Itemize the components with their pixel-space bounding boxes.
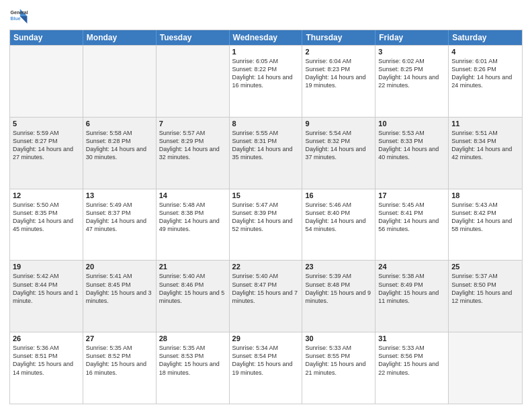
day-header-sunday: Sunday [10,30,83,45]
day-number: 5 [13,120,80,128]
day-header-saturday: Saturday [449,30,522,45]
day-info: Sunrise: 5:47 AM Sunset: 8:39 PM Dayligh… [232,201,300,234]
day-info: Sunrise: 5:33 AM Sunset: 8:55 PM Dayligh… [305,344,372,377]
calendar-header: SundayMondayTuesdayWednesdayThursdayFrid… [10,30,522,45]
cal-cell: 2Sunrise: 6:04 AM Sunset: 8:23 PM Daylig… [302,46,375,117]
cal-cell: 3Sunrise: 6:02 AM Sunset: 8:25 PM Daylig… [375,46,449,117]
cal-cell: 27Sunrise: 5:35 AM Sunset: 8:52 PM Dayli… [83,332,157,404]
day-info: Sunrise: 5:45 AM Sunset: 8:41 PM Dayligh… [378,201,445,234]
cal-cell: 5Sunrise: 5:59 AM Sunset: 8:27 PM Daylig… [10,118,83,189]
svg-text:Blue: Blue [11,16,21,21]
day-info: Sunrise: 5:43 AM Sunset: 8:42 PM Dayligh… [451,201,519,234]
cal-cell: 17Sunrise: 5:45 AM Sunset: 8:41 PM Dayli… [375,189,449,261]
day-header-monday: Monday [83,30,157,45]
day-info: Sunrise: 5:37 AM Sunset: 8:50 PM Dayligh… [451,272,519,305]
day-number: 29 [232,334,300,342]
day-info: Sunrise: 5:46 AM Sunset: 8:40 PM Dayligh… [305,201,372,234]
day-number: 4 [451,48,519,56]
day-number: 14 [159,191,226,199]
day-info: Sunrise: 5:39 AM Sunset: 8:48 PM Dayligh… [305,272,372,305]
day-info: Sunrise: 5:53 AM Sunset: 8:33 PM Dayligh… [378,129,445,162]
cal-cell: 7Sunrise: 5:57 AM Sunset: 8:29 PM Daylig… [157,118,230,189]
day-number: 31 [378,334,445,342]
cal-cell: 10Sunrise: 5:53 AM Sunset: 8:33 PM Dayli… [375,118,449,189]
day-number: 1 [232,48,300,56]
cal-cell [83,46,157,117]
cal-cell: 22Sunrise: 5:40 AM Sunset: 8:47 PM Dayli… [230,261,303,332]
cal-cell: 12Sunrise: 5:50 AM Sunset: 8:35 PM Dayli… [10,189,83,261]
day-number: 27 [86,334,153,342]
week-row-3: 12Sunrise: 5:50 AM Sunset: 8:35 PM Dayli… [10,189,522,261]
day-number: 26 [13,334,80,342]
day-number: 10 [378,120,445,128]
cal-cell: 8Sunrise: 5:55 AM Sunset: 8:31 PM Daylig… [230,118,303,189]
day-number: 22 [232,263,300,271]
day-info: Sunrise: 6:01 AM Sunset: 8:26 PM Dayligh… [451,57,519,90]
svg-text:General: General [11,10,28,15]
header: General Blue [9,7,523,26]
day-info: Sunrise: 5:54 AM Sunset: 8:32 PM Dayligh… [305,129,372,162]
cal-cell: 1Sunrise: 6:05 AM Sunset: 8:22 PM Daylig… [230,46,303,117]
day-info: Sunrise: 5:57 AM Sunset: 8:29 PM Dayligh… [159,129,226,162]
day-info: Sunrise: 6:04 AM Sunset: 8:23 PM Dayligh… [305,57,372,90]
cal-cell [449,332,522,404]
day-info: Sunrise: 5:51 AM Sunset: 8:34 PM Dayligh… [451,129,519,162]
day-number: 8 [232,120,300,128]
cal-cell: 29Sunrise: 5:34 AM Sunset: 8:54 PM Dayli… [230,332,303,404]
day-number: 24 [378,263,445,271]
cal-cell: 11Sunrise: 5:51 AM Sunset: 8:34 PM Dayli… [449,118,522,189]
day-info: Sunrise: 5:33 AM Sunset: 8:56 PM Dayligh… [378,344,445,377]
day-info: Sunrise: 6:05 AM Sunset: 8:22 PM Dayligh… [232,57,300,90]
calendar: SundayMondayTuesdayWednesdayThursdayFrid… [9,30,523,404]
cal-cell: 14Sunrise: 5:48 AM Sunset: 8:38 PM Dayli… [157,189,230,261]
day-number: 9 [305,120,372,128]
week-row-2: 5Sunrise: 5:59 AM Sunset: 8:27 PM Daylig… [10,117,522,189]
day-info: Sunrise: 5:59 AM Sunset: 8:27 PM Dayligh… [13,129,80,162]
day-number: 19 [13,263,80,271]
day-number: 6 [86,120,153,128]
logo-icon: General Blue [9,7,28,26]
calendar-body: 1Sunrise: 6:05 AM Sunset: 8:22 PM Daylig… [10,45,522,404]
page: General Blue SundayMondayTuesdayWednesda… [0,0,532,411]
day-info: Sunrise: 5:58 AM Sunset: 8:28 PM Dayligh… [86,129,153,162]
day-number: 16 [305,191,372,199]
day-header-tuesday: Tuesday [157,30,230,45]
day-info: Sunrise: 5:40 AM Sunset: 8:46 PM Dayligh… [159,272,226,305]
day-info: Sunrise: 5:36 AM Sunset: 8:51 PM Dayligh… [13,344,80,377]
day-number: 15 [232,191,300,199]
cal-cell: 25Sunrise: 5:37 AM Sunset: 8:50 PM Dayli… [449,261,522,332]
day-number: 3 [378,48,445,56]
day-info: Sunrise: 6:02 AM Sunset: 8:25 PM Dayligh… [378,57,445,90]
day-number: 28 [159,334,226,342]
day-number: 25 [451,263,519,271]
week-row-5: 26Sunrise: 5:36 AM Sunset: 8:51 PM Dayli… [10,332,522,404]
day-header-friday: Friday [375,30,449,45]
day-number: 12 [13,191,80,199]
day-number: 18 [451,191,519,199]
cal-cell: 6Sunrise: 5:58 AM Sunset: 8:28 PM Daylig… [83,118,157,189]
cal-cell: 18Sunrise: 5:43 AM Sunset: 8:42 PM Dayli… [449,189,522,261]
cal-cell: 20Sunrise: 5:41 AM Sunset: 8:45 PM Dayli… [83,261,157,332]
day-number: 21 [159,263,226,271]
day-info: Sunrise: 5:50 AM Sunset: 8:35 PM Dayligh… [13,201,80,234]
day-number: 13 [86,191,153,199]
cal-cell: 31Sunrise: 5:33 AM Sunset: 8:56 PM Dayli… [375,332,449,404]
day-info: Sunrise: 5:55 AM Sunset: 8:31 PM Dayligh… [232,129,300,162]
day-info: Sunrise: 5:49 AM Sunset: 8:37 PM Dayligh… [86,201,153,234]
day-header-wednesday: Wednesday [230,30,303,45]
cal-cell: 4Sunrise: 6:01 AM Sunset: 8:26 PM Daylig… [449,46,522,117]
cal-cell: 15Sunrise: 5:47 AM Sunset: 8:39 PM Dayli… [230,189,303,261]
day-info: Sunrise: 5:42 AM Sunset: 8:44 PM Dayligh… [13,272,80,305]
cal-cell: 28Sunrise: 5:35 AM Sunset: 8:53 PM Dayli… [157,332,230,404]
logo: General Blue [9,7,28,26]
day-number: 20 [86,263,153,271]
cal-cell: 19Sunrise: 5:42 AM Sunset: 8:44 PM Dayli… [10,261,83,332]
week-row-4: 19Sunrise: 5:42 AM Sunset: 8:44 PM Dayli… [10,260,522,332]
cal-cell: 23Sunrise: 5:39 AM Sunset: 8:48 PM Dayli… [302,261,375,332]
day-number: 11 [451,120,519,128]
day-number: 7 [159,120,226,128]
day-info: Sunrise: 5:48 AM Sunset: 8:38 PM Dayligh… [159,201,226,234]
cal-cell: 24Sunrise: 5:38 AM Sunset: 8:49 PM Dayli… [375,261,449,332]
day-info: Sunrise: 5:41 AM Sunset: 8:45 PM Dayligh… [86,272,153,305]
cal-cell: 21Sunrise: 5:40 AM Sunset: 8:46 PM Dayli… [157,261,230,332]
